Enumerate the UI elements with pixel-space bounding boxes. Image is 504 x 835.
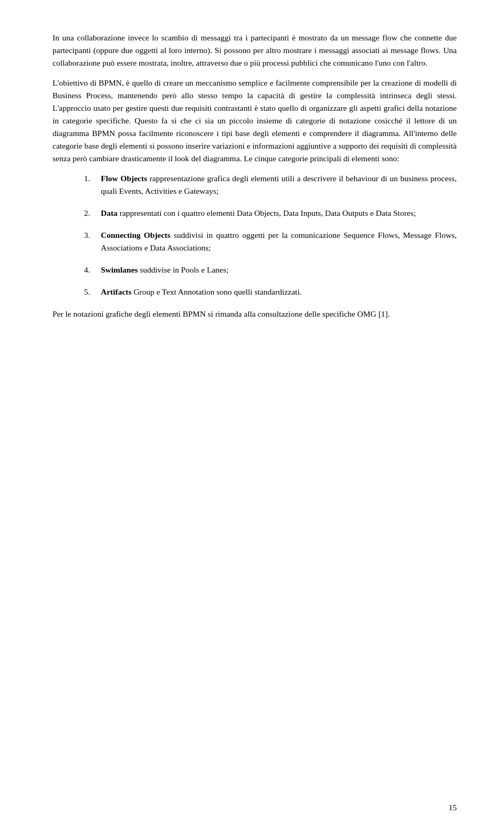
list-number-1: 1. [84, 172, 97, 185]
paragraph-1-text: In una collaborazione invece lo scambio … [52, 33, 457, 67]
list-bold-1: Flow Objects [101, 174, 147, 183]
page-number: 15 [449, 801, 457, 814]
list-rest-1: rappresentazione grafica degli elementi … [101, 174, 457, 195]
list-number-5: 5. [84, 286, 97, 298]
paragraph-2-text: L'obiettivo di BPMN, è quello di creare … [52, 78, 457, 163]
list-number-3: 3. [84, 229, 97, 242]
list-rest-4: suddivise in Pools e Lanes; [138, 265, 229, 274]
list-text-1: Flow Objects rappresentazione grafica de… [101, 172, 457, 197]
numbered-list: 1. Flow Objects rappresentazione grafica… [84, 172, 457, 298]
list-bold-5: Artifacts [101, 287, 132, 296]
footer-paragraph-text: Per le notazioni grafiche degli elementi… [52, 309, 390, 318]
list-item-1: 1. Flow Objects rappresentazione grafica… [84, 172, 457, 197]
main-content: In una collaborazione invece lo scambio … [52, 32, 457, 320]
list-bold-2: Data [101, 208, 118, 217]
list-bold-4: Swimlanes [101, 265, 138, 274]
list-text-3: Connecting Objects suddivisi in quattro … [101, 229, 457, 254]
list-item-2: 2. Data rappresentati con i quattro elem… [84, 207, 457, 220]
list-item-3: 3. Connecting Objects suddivisi in quatt… [84, 229, 457, 254]
list-text-5: Artifacts Group e Text Annotation sono q… [101, 286, 457, 298]
list-bold-3: Connecting Objects [101, 231, 171, 239]
list-number-2: 2. [84, 207, 97, 220]
list-number-4: 4. [84, 264, 97, 276]
list-text-2: Data rappresentati con i quattro element… [101, 207, 457, 220]
list-text-4: Swimlanes suddivise in Pools e Lanes; [101, 264, 457, 276]
footer-paragraph: Per le notazioni grafiche degli elementi… [52, 308, 457, 320]
list-rest-2: rappresentati con i quattro elementi Dat… [118, 208, 416, 217]
paragraph-1: In una collaborazione invece lo scambio … [52, 32, 457, 69]
list-rest-5: Group e Text Annotation sono quelli stan… [132, 287, 302, 296]
list-item-5: 5. Artifacts Group e Text Annotation son… [84, 286, 457, 298]
list-item-4: 4. Swimlanes suddivise in Pools e Lanes; [84, 264, 457, 276]
paragraph-2: L'obiettivo di BPMN, è quello di creare … [52, 77, 457, 165]
page: In una collaborazione invece lo scambio … [0, 0, 504, 835]
